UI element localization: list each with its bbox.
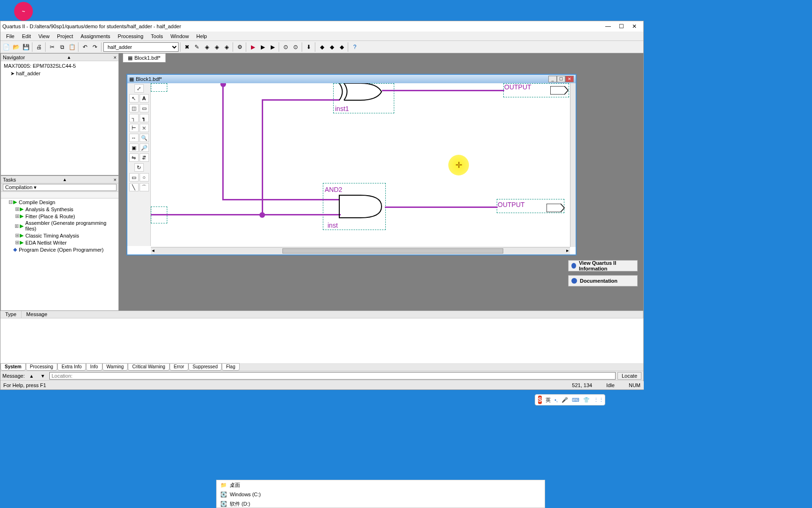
ime-bar[interactable]: S 英 •, 🎤 ⌨ 👕 ⋮⋮ [535, 394, 605, 405]
maximize-button[interactable]: ☐ [618, 23, 625, 30]
menu-help[interactable]: Help [193, 32, 211, 40]
msg-tab-system[interactable]: System [0, 363, 26, 371]
menu-project[interactable]: Project [53, 32, 77, 40]
detach-icon[interactable]: ⤢ [134, 84, 144, 93]
pointer-icon[interactable]: ↖ [129, 94, 139, 103]
compile-play-icon[interactable]: ▶ [248, 42, 258, 52]
ime-mode[interactable]: 英 [546, 397, 551, 404]
tree-timing[interactable]: ⊞▶Classic Timing Analysis [1, 232, 118, 239]
wire-vertical-a[interactable] [222, 83, 224, 200]
flip-h-icon[interactable]: ⇋ [129, 153, 139, 162]
ime-skin-icon[interactable]: 👕 [583, 397, 590, 403]
explorer-item-d[interactable]: 💽 软件 (D:) [217, 499, 545, 508]
tool2-icon[interactable]: ◆ [327, 42, 336, 52]
msg-tab-suppressed[interactable]: Suppressed [188, 363, 222, 371]
scroll-left-icon[interactable]: ◂ [152, 247, 155, 254]
new-icon[interactable]: 📄 [1, 42, 11, 52]
find-icon[interactable]: 🔎 [140, 143, 149, 152]
msg-tab-critical-warning[interactable]: Critical Warning [128, 363, 169, 371]
gear-icon[interactable]: ⚙ [235, 42, 244, 52]
block-icon[interactable]: ▭ [140, 104, 149, 112]
explorer-item-desktop[interactable]: 📁 桌面 [217, 480, 545, 490]
simulator-icon[interactable]: ⊙ [291, 42, 300, 52]
arrow-up-icon[interactable]: ▴ [27, 371, 36, 381]
schematic-canvas[interactable]: inst1 AND2 inst OUTPUT OUTPUT ✛ [151, 83, 570, 246]
ime-punct-icon[interactable]: •, [554, 397, 558, 403]
text-icon[interactable]: A [140, 94, 149, 103]
fullscreen-icon[interactable]: ▣ [129, 143, 139, 152]
msg-tab-flag[interactable]: Flag [222, 363, 239, 371]
analysis-icon[interactable]: ▶ [268, 42, 277, 52]
wire-horiz-b-in[interactable] [151, 214, 341, 215]
redo-icon[interactable]: ↷ [90, 42, 100, 52]
ime-menu-icon[interactable]: ⋮⋮ [593, 397, 604, 403]
tool3-icon[interactable]: ◆ [337, 42, 346, 52]
tasks-close-icon[interactable]: × [114, 177, 117, 183]
entity-select[interactable]: half_adder [103, 42, 179, 52]
menu-assignments[interactable]: Assignments [77, 32, 114, 40]
child-minimize-button[interactable]: _ [548, 76, 557, 82]
child-close-button[interactable]: ✕ [565, 76, 574, 82]
help-icon[interactable]: ? [350, 42, 359, 52]
menu-window[interactable]: Window [167, 32, 193, 40]
entity-row[interactable]: ➤ half_adder [2, 70, 117, 78]
programmer-icon[interactable]: ⬇ [304, 42, 313, 52]
tasks-pin-icon[interactable]: ▴ [63, 176, 66, 183]
input-pin-sel[interactable] [151, 83, 167, 92]
print-icon[interactable]: 🖨 [34, 42, 44, 52]
save-icon[interactable]: 💾 [21, 42, 31, 52]
bus-line-icon[interactable]: ┓ [140, 114, 149, 122]
diagonal-icon[interactable]: ⤬ [140, 124, 149, 132]
conduit-icon[interactable]: ⊢ [129, 124, 139, 132]
documentation-button[interactable]: Documentation [568, 275, 638, 286]
msg-tab-info[interactable]: Info [86, 363, 102, 371]
tree-program-device[interactable]: ◆Program Device (Open Programmer) [1, 246, 118, 253]
device-row[interactable]: MAX7000S: EPM7032SLC44-5 [2, 62, 117, 70]
line-icon[interactable]: ╲ [129, 183, 139, 191]
col-type[interactable]: Type [0, 311, 22, 318]
flip-v-icon[interactable]: ⇵ [140, 153, 149, 162]
timing-analyzer-icon[interactable]: ⊙ [281, 42, 290, 52]
symbol-icon[interactable]: ◫ [129, 104, 139, 112]
timing-icon[interactable]: ◈ [222, 42, 231, 52]
menu-view[interactable]: View [35, 32, 54, 40]
horizontal-scrollbar[interactable]: ◂ ▸ [151, 247, 570, 254]
paste-icon[interactable]: 📋 [67, 42, 77, 52]
assignment-icon[interactable]: ✎ [192, 42, 202, 52]
oval-icon[interactable]: ○ [140, 173, 149, 182]
panel-pin-icon[interactable]: ▴ [68, 54, 70, 60]
tool1-icon[interactable]: ◆ [317, 42, 327, 52]
arrow-down-icon[interactable]: ▾ [38, 371, 47, 381]
desktop-shortcut-icon[interactable]: ~ [14, 2, 33, 21]
arc-icon[interactable]: ⌒ [140, 183, 149, 191]
msg-tab-processing[interactable]: Processing [26, 363, 57, 371]
chip-icon[interactable]: ◈ [212, 42, 221, 52]
document-tab[interactable]: ▦ Block1.bdf* [123, 53, 166, 63]
menu-file[interactable]: File [2, 32, 18, 40]
settings-icon[interactable]: ✖ [182, 42, 192, 52]
undo-icon[interactable]: ↶ [80, 42, 90, 52]
vertical-scrollbar[interactable] [570, 83, 576, 247]
locate-button[interactable]: Locate [617, 372, 641, 380]
tree-fitter[interactable]: ⊞▶Fitter (Place & Route) [1, 213, 118, 220]
cut-icon[interactable]: ✂ [47, 42, 57, 52]
zoom-icon[interactable]: 🔍 [140, 134, 149, 142]
view-quartus-info-button[interactable]: View Quartus II Information [568, 260, 638, 271]
menu-processing[interactable]: Processing [114, 32, 147, 40]
ime-mic-icon[interactable]: 🎤 [562, 397, 568, 403]
close-button[interactable]: ✕ [631, 23, 638, 30]
pin-icon[interactable]: ◈ [202, 42, 211, 52]
col-message[interactable]: Message [22, 311, 643, 318]
tree-compile-design[interactable]: ⊟▶Compile Design [1, 198, 118, 206]
rectangle-icon[interactable]: ▭ [129, 173, 139, 182]
copy-icon[interactable]: ⧉ [57, 42, 67, 52]
explorer-item-c[interactable]: 💽 Windows (C:) [217, 490, 545, 499]
wire-and-out[interactable] [385, 206, 498, 208]
compile-stop-icon[interactable]: ▶ [258, 42, 267, 52]
rubberband-icon[interactable]: ↔ [129, 134, 139, 142]
wire-vertical-b[interactable] [262, 99, 263, 215]
tree-assembler[interactable]: ⊞▶Assembler (Generate programming files) [1, 220, 118, 232]
scroll-right-icon[interactable]: ▸ [566, 247, 569, 254]
msg-tab-error[interactable]: Error [170, 363, 188, 371]
tree-eda-netlist[interactable]: ⊞▶EDA Netlist Writer [1, 239, 118, 246]
